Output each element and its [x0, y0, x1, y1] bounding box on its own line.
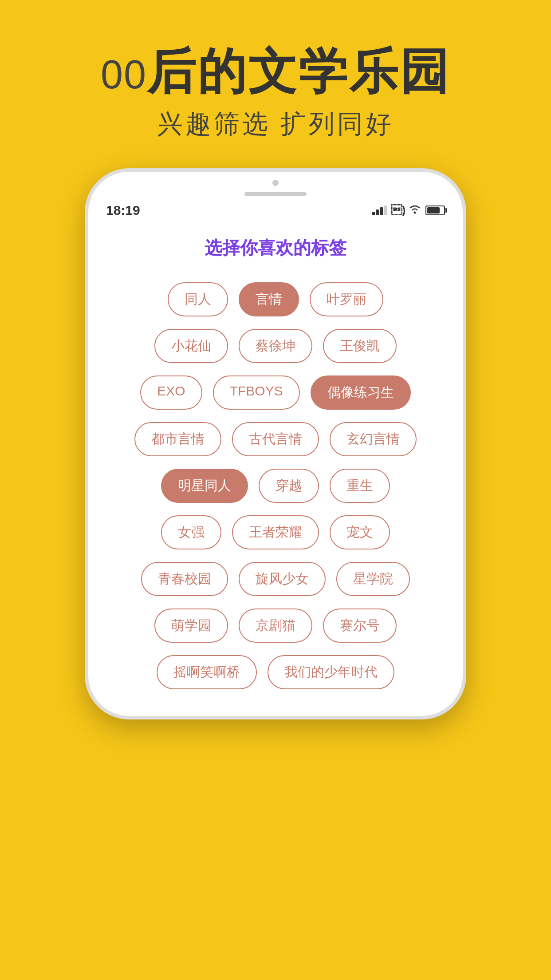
tag-item[interactable]: 玄幻言情	[330, 422, 417, 456]
status-time: 18:19	[106, 203, 140, 218]
tag-item[interactable]: 古代言情	[232, 422, 319, 456]
tag-row: 萌学园京剧猫赛尔号	[106, 609, 445, 643]
tag-item[interactable]: EXO	[140, 375, 202, 410]
tag-item[interactable]: 旋风少女	[239, 562, 326, 596]
tag-item[interactable]: 萌学园	[154, 609, 228, 643]
tags-container: 同人言情叶罗丽小花仙蔡徐坤王俊凯EXOTFBOYS偶像练习生都市言情古代言情玄幻…	[106, 282, 445, 689]
svg-point-0	[414, 212, 416, 214]
screen-content: 选择你喜欢的标签 同人言情叶罗丽小花仙蔡徐坤王俊凯EXOTFBOYS偶像练习生都…	[88, 236, 463, 716]
tag-item[interactable]: 同人	[168, 282, 228, 316]
header-title: 00后的文学乐园	[0, 44, 551, 98]
tag-item[interactable]: 赛尔号	[323, 609, 397, 643]
tag-item[interactable]: 都市言情	[134, 422, 221, 456]
tag-item[interactable]: 女强	[161, 515, 221, 549]
camera-dot	[272, 180, 279, 186]
header-subtitle: 兴趣筛选 扩列同好	[0, 107, 551, 142]
tag-item[interactable]: 王者荣耀	[232, 515, 319, 549]
tag-item[interactable]: 星学院	[336, 562, 410, 596]
tag-item[interactable]: 京剧猫	[239, 609, 312, 643]
tag-row: 同人言情叶罗丽	[106, 282, 445, 316]
signal-icon	[372, 205, 387, 215]
tag-item[interactable]: 摇啊笑啊桥	[157, 655, 257, 689]
tag-item[interactable]: TFBOYS	[213, 375, 300, 410]
status-icons: )	[372, 204, 445, 217]
tag-row: EXOTFBOYS偶像练习生	[106, 375, 445, 410]
tag-item[interactable]: 宠文	[330, 515, 390, 549]
tag-item[interactable]: 叶罗丽	[310, 282, 383, 316]
tag-item[interactable]: 偶像练习生	[311, 375, 411, 410]
tag-row: 青春校园旋风少女星学院	[106, 562, 445, 596]
tag-row: 小花仙蔡徐坤王俊凯	[106, 329, 445, 363]
tag-item[interactable]: 言情	[239, 282, 299, 316]
tag-item[interactable]: 明星同人	[161, 469, 248, 503]
tag-item[interactable]: 蔡徐坤	[239, 329, 312, 363]
wifi-icon: )	[391, 204, 421, 217]
phone-frame: 18:19 ) 选择你喜欢的标签 同人言情叶罗丽小花仙蔡徐坤王俊凯	[85, 168, 466, 719]
tag-row: 都市言情古代言情玄幻言情	[106, 422, 445, 456]
tag-item[interactable]: 青春校园	[141, 562, 228, 596]
title-prefix: 00	[101, 52, 147, 97]
tag-item[interactable]: 我们的少年时代	[268, 655, 394, 689]
title-main: 后的文学乐园	[147, 44, 450, 99]
phone-speaker	[244, 192, 307, 196]
battery-icon	[425, 205, 445, 215]
tag-item[interactable]: 穿越	[259, 469, 319, 503]
phone-notch	[88, 172, 463, 196]
tag-item[interactable]: 小花仙	[154, 329, 228, 363]
tag-item[interactable]: 重生	[330, 469, 390, 503]
page-title: 选择你喜欢的标签	[106, 236, 445, 260]
header-section: 00后的文学乐园 兴趣筛选 扩列同好	[0, 0, 551, 168]
tag-row: 摇啊笑啊桥我们的少年时代	[106, 655, 445, 689]
tag-item[interactable]: 王俊凯	[323, 329, 397, 363]
tag-row: 明星同人穿越重生	[106, 469, 445, 503]
status-bar: 18:19 )	[88, 196, 463, 222]
tag-row: 女强王者荣耀宠文	[106, 515, 445, 549]
